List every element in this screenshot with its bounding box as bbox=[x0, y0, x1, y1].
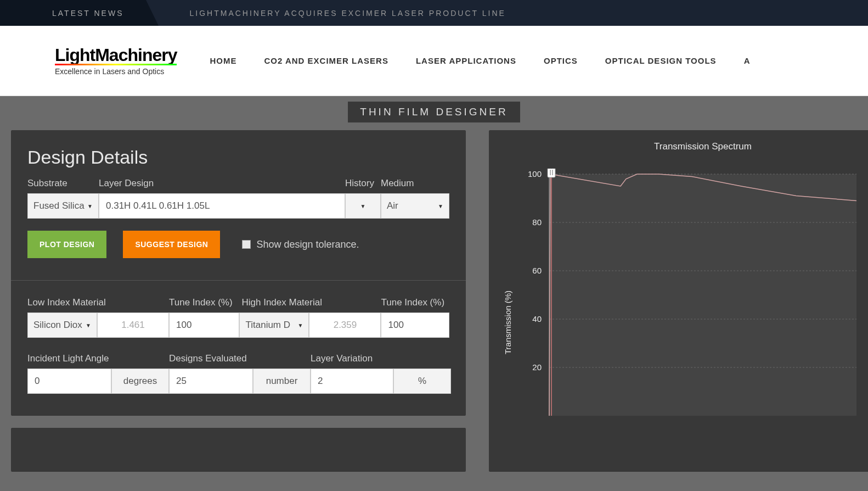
chevron-down-icon: ▼ bbox=[87, 203, 93, 209]
nav-co2-excimer[interactable]: CO2 AND EXCIMER LASERS bbox=[264, 56, 388, 65]
chevron-down-icon: ▼ bbox=[438, 203, 443, 209]
y-axis-label: Transmission (%) bbox=[503, 291, 512, 354]
logo-tagline: Excellence in Lasers and Optics bbox=[55, 67, 177, 76]
svg-text:100: 100 bbox=[528, 169, 542, 178]
low-material-select[interactable]: Silicon Diox ▼ bbox=[27, 313, 97, 338]
nav-optics[interactable]: OPTICS bbox=[544, 56, 578, 65]
label-history: History bbox=[345, 178, 381, 189]
low-material-value: Silicon Diox bbox=[33, 320, 82, 331]
chevron-down-icon: ▼ bbox=[86, 322, 91, 328]
site-header: LightMachinery Excellence in Lasers and … bbox=[0, 26, 868, 96]
left-column: Design Details Substrate Fused Silica ▼ … bbox=[11, 130, 466, 472]
history-select[interactable]: ▼ bbox=[345, 193, 381, 219]
label-layer-design: Layer Design bbox=[99, 178, 345, 189]
low-tune-input[interactable]: 100 bbox=[169, 313, 239, 338]
chart-panel: Transmission Spectrum 20406080100 bbox=[489, 130, 868, 472]
layer-variation-input[interactable]: 2 bbox=[311, 369, 393, 394]
layer-var-unit: % bbox=[393, 369, 451, 394]
label-designs-eval: Designs Evaluated bbox=[169, 353, 311, 364]
medium-select[interactable]: Air ▼ bbox=[381, 193, 449, 219]
designs-unit: number bbox=[253, 369, 311, 394]
label-medium: Medium bbox=[381, 178, 449, 189]
nav-laser-applications[interactable]: LASER APPLICATIONS bbox=[416, 56, 516, 65]
substrate-select[interactable]: Fused Silica ▼ bbox=[27, 193, 99, 219]
news-bar: LATEST NEWS LIGHTMACHINERY ACQUIRES EXCI… bbox=[0, 0, 868, 26]
show-tolerance-label: Show design tolerance. bbox=[256, 239, 359, 250]
substrate-value: Fused Silica bbox=[33, 200, 84, 211]
high-material-select[interactable]: Titanium D ▼ bbox=[239, 313, 309, 338]
layer-design-input[interactable]: 0.31H 0.41L 0.61H 1.05L bbox=[99, 193, 345, 219]
high-index-value: 2.359 bbox=[316, 320, 374, 331]
logo-text: LightMachinery bbox=[55, 46, 177, 64]
svg-text:60: 60 bbox=[532, 266, 542, 275]
show-tolerance-checkbox[interactable] bbox=[242, 240, 251, 249]
transmission-chart[interactable]: 20406080100 Transmission (%) bbox=[489, 169, 868, 465]
high-material-value: Titanium D bbox=[245, 320, 290, 331]
label-low-index: Low Index Material bbox=[27, 297, 169, 308]
designs-evaluated-input[interactable]: 25 bbox=[169, 369, 253, 394]
suggest-design-button[interactable]: SUGGEST DESIGN bbox=[123, 231, 220, 258]
label-layer-var: Layer Variation bbox=[311, 353, 451, 364]
nav-home[interactable]: HOME bbox=[210, 56, 236, 65]
panel-title: Design Details bbox=[27, 147, 449, 168]
label-tune-low: Tune Index (%) bbox=[169, 297, 239, 308]
incident-unit: degrees bbox=[111, 369, 169, 394]
incident-angle-input[interactable]: 0 bbox=[27, 369, 111, 394]
main-nav: HOME CO2 AND EXCIMER LASERS LASER APPLIC… bbox=[210, 56, 750, 65]
main-area: Design Details Substrate Fused Silica ▼ … bbox=[0, 122, 868, 472]
chevron-down-icon: ▼ bbox=[298, 322, 303, 328]
svg-text:80: 80 bbox=[532, 217, 542, 227]
divider bbox=[11, 280, 466, 281]
svg-text:40: 40 bbox=[532, 314, 542, 323]
extra-panel bbox=[11, 428, 466, 472]
label-incident: Incident Light Angle bbox=[27, 353, 169, 364]
chart-title: Transmission Spectrum bbox=[489, 141, 868, 152]
medium-value: Air bbox=[387, 200, 398, 211]
chart-slider-handle[interactable] bbox=[548, 169, 555, 177]
chevron-down-icon: ▼ bbox=[360, 203, 366, 209]
tool-title-wrap: THIN FILM DESIGNER bbox=[0, 96, 868, 122]
nav-extra[interactable]: A bbox=[744, 56, 751, 65]
svg-text:20: 20 bbox=[532, 362, 542, 372]
news-headline[interactable]: LIGHTMACHINERY ACQUIRES EXCIMER LASER PR… bbox=[146, 9, 506, 18]
tool-title: THIN FILM DESIGNER bbox=[348, 102, 520, 122]
label-tune-high: Tune Index (%) bbox=[381, 297, 449, 308]
plot-design-button[interactable]: PLOT DESIGN bbox=[27, 231, 106, 258]
label-high-index: High Index Material bbox=[239, 297, 381, 308]
low-index-value: 1.461 bbox=[104, 320, 162, 331]
news-label: LATEST NEWS bbox=[0, 0, 146, 26]
high-tune-input[interactable]: 100 bbox=[381, 313, 449, 338]
logo[interactable]: LightMachinery Excellence in Lasers and … bbox=[55, 46, 177, 76]
design-details-panel: Design Details Substrate Fused Silica ▼ … bbox=[11, 130, 466, 416]
nav-optical-design-tools[interactable]: OPTICAL DESIGN TOOLS bbox=[605, 56, 717, 65]
plot-area bbox=[549, 174, 856, 416]
label-substrate: Substrate bbox=[27, 178, 99, 189]
